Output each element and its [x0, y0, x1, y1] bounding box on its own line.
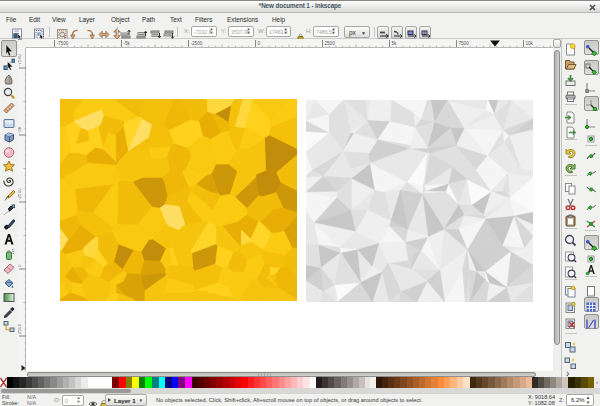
svg-text:-2500: -2500 [190, 41, 202, 46]
svg-text:0: 0 [18, 264, 22, 267]
svg-text:-2500: -2500 [18, 188, 22, 200]
svg-text:10k: 10k [525, 41, 533, 46]
svg-text:2500: 2500 [324, 41, 335, 46]
svg-text:-5k: -5k [18, 126, 22, 133]
svg-text:5k: 5k [391, 41, 397, 46]
svg-text:-7500: -7500 [56, 41, 68, 46]
svg-text:-7500: -7500 [18, 54, 22, 66]
svg-text:7500: 7500 [458, 41, 469, 46]
svg-text:2500: 2500 [18, 323, 22, 334]
svg-text:-5k: -5k [123, 41, 130, 46]
svg-text:0: 0 [257, 41, 260, 46]
